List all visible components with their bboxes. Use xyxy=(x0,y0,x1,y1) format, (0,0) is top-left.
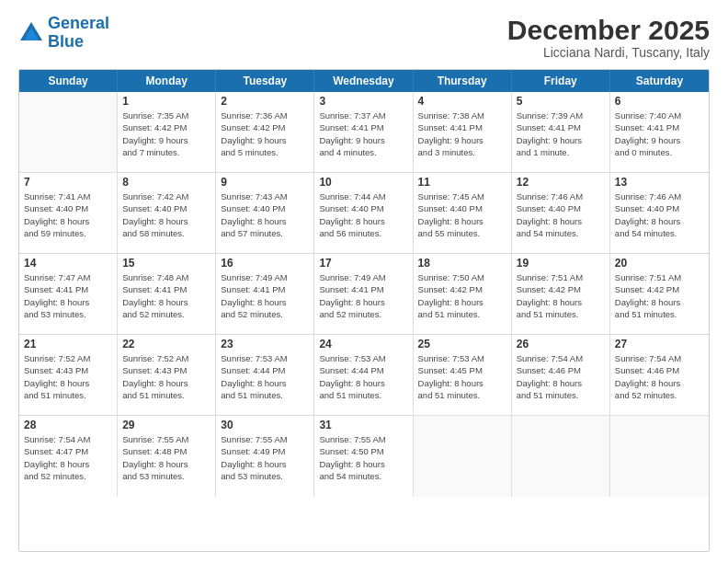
calendar-row-3: 21Sunrise: 7:52 AMSunset: 4:43 PMDayligh… xyxy=(19,335,709,416)
day-info: Sunrise: 7:45 AMSunset: 4:40 PMDaylight:… xyxy=(418,190,506,239)
day-info: Sunrise: 7:38 AMSunset: 4:41 PMDaylight:… xyxy=(418,109,506,158)
location: Licciana Nardi, Tuscany, Italy xyxy=(507,45,710,60)
day-info: Sunrise: 7:37 AMSunset: 4:41 PMDaylight:… xyxy=(319,109,407,158)
day-number: 11 xyxy=(418,176,506,189)
month-title: December 2025 xyxy=(507,15,710,45)
calendar-row-4: 28Sunrise: 7:54 AMSunset: 4:47 PMDayligh… xyxy=(19,416,709,497)
day-number: 31 xyxy=(319,419,407,431)
calendar-cell-r3c6: 27Sunrise: 7:54 AMSunset: 4:46 PMDayligh… xyxy=(610,335,709,415)
calendar-row-1: 7Sunrise: 7:41 AMSunset: 4:40 PMDaylight… xyxy=(19,173,709,254)
day-number: 15 xyxy=(122,257,210,270)
day-number: 23 xyxy=(221,338,309,350)
weekday-header-saturday: Saturday xyxy=(610,70,709,92)
logo: General Blue xyxy=(18,15,109,52)
calendar-cell-r0c4: 4Sunrise: 7:38 AMSunset: 4:41 PMDaylight… xyxy=(414,92,512,172)
day-number: 12 xyxy=(517,176,605,189)
day-number: 1 xyxy=(122,95,210,108)
day-info: Sunrise: 7:51 AMSunset: 4:42 PMDaylight:… xyxy=(615,271,704,320)
day-info: Sunrise: 7:47 AMSunset: 4:41 PMDaylight:… xyxy=(24,271,112,320)
day-number: 30 xyxy=(221,419,309,431)
day-info: Sunrise: 7:54 AMSunset: 4:46 PMDaylight:… xyxy=(615,352,704,401)
calendar-cell-r4c2: 30Sunrise: 7:55 AMSunset: 4:49 PMDayligh… xyxy=(216,416,314,497)
title-block: December 2025 Licciana Nardi, Tuscany, I… xyxy=(507,15,710,60)
calendar-cell-r1c0: 7Sunrise: 7:41 AMSunset: 4:40 PMDaylight… xyxy=(19,173,118,253)
day-info: Sunrise: 7:49 AMSunset: 4:41 PMDaylight:… xyxy=(221,271,309,320)
day-number: 26 xyxy=(517,338,605,350)
day-number: 14 xyxy=(24,257,112,270)
day-number: 28 xyxy=(24,419,112,431)
calendar-cell-r1c6: 13Sunrise: 7:46 AMSunset: 4:40 PMDayligh… xyxy=(610,173,709,253)
day-info: Sunrise: 7:42 AMSunset: 4:40 PMDaylight:… xyxy=(122,190,210,239)
calendar-cell-r4c1: 29Sunrise: 7:55 AMSunset: 4:48 PMDayligh… xyxy=(118,416,216,497)
page: General Blue December 2025 Licciana Nard… xyxy=(0,0,728,563)
weekday-header-friday: Friday xyxy=(512,70,610,92)
calendar-cell-r4c5 xyxy=(512,416,610,497)
calendar-cell-r2c3: 17Sunrise: 7:49 AMSunset: 4:41 PMDayligh… xyxy=(314,254,413,334)
day-info: Sunrise: 7:52 AMSunset: 4:43 PMDaylight:… xyxy=(122,352,210,401)
day-number: 25 xyxy=(418,338,506,350)
logo-icon xyxy=(18,20,44,46)
calendar-cell-r3c3: 24Sunrise: 7:53 AMSunset: 4:44 PMDayligh… xyxy=(314,335,413,415)
calendar-cell-r2c0: 14Sunrise: 7:47 AMSunset: 4:41 PMDayligh… xyxy=(19,254,118,334)
calendar-cell-r3c4: 25Sunrise: 7:53 AMSunset: 4:45 PMDayligh… xyxy=(414,335,512,415)
calendar-cell-r4c6 xyxy=(610,416,709,497)
calendar-cell-r2c4: 18Sunrise: 7:50 AMSunset: 4:42 PMDayligh… xyxy=(414,254,512,334)
calendar-cell-r4c3: 31Sunrise: 7:55 AMSunset: 4:50 PMDayligh… xyxy=(314,416,413,497)
day-number: 24 xyxy=(319,338,407,350)
day-info: Sunrise: 7:35 AMSunset: 4:42 PMDaylight:… xyxy=(122,109,210,158)
calendar: SundayMondayTuesdayWednesdayThursdayFrid… xyxy=(18,69,710,552)
calendar-header: SundayMondayTuesdayWednesdayThursdayFrid… xyxy=(19,70,709,92)
day-number: 27 xyxy=(615,338,704,350)
calendar-cell-r1c2: 9Sunrise: 7:43 AMSunset: 4:40 PMDaylight… xyxy=(216,173,314,253)
day-number: 10 xyxy=(319,176,407,189)
day-number: 19 xyxy=(517,257,605,270)
day-number: 13 xyxy=(615,176,704,189)
day-number: 9 xyxy=(221,176,309,189)
day-info: Sunrise: 7:44 AMSunset: 4:40 PMDaylight:… xyxy=(319,190,407,239)
calendar-cell-r4c4 xyxy=(414,416,512,497)
day-info: Sunrise: 7:48 AMSunset: 4:41 PMDaylight:… xyxy=(122,271,210,320)
day-info: Sunrise: 7:55 AMSunset: 4:48 PMDaylight:… xyxy=(122,433,210,482)
weekday-header-tuesday: Tuesday xyxy=(216,70,314,92)
calendar-cell-r0c3: 3Sunrise: 7:37 AMSunset: 4:41 PMDaylight… xyxy=(314,92,413,172)
day-number: 3 xyxy=(319,95,407,108)
calendar-cell-r0c2: 2Sunrise: 7:36 AMSunset: 4:42 PMDaylight… xyxy=(216,92,314,172)
calendar-cell-r1c4: 11Sunrise: 7:45 AMSunset: 4:40 PMDayligh… xyxy=(414,173,512,253)
day-number: 16 xyxy=(221,257,309,270)
calendar-cell-r1c5: 12Sunrise: 7:46 AMSunset: 4:40 PMDayligh… xyxy=(512,173,610,253)
calendar-cell-r0c0 xyxy=(19,92,118,172)
day-number: 18 xyxy=(418,257,506,270)
day-info: Sunrise: 7:40 AMSunset: 4:41 PMDaylight:… xyxy=(615,109,704,158)
day-number: 22 xyxy=(122,338,210,350)
calendar-cell-r3c5: 26Sunrise: 7:54 AMSunset: 4:46 PMDayligh… xyxy=(512,335,610,415)
day-number: 17 xyxy=(319,257,407,270)
day-number: 21 xyxy=(24,338,112,350)
calendar-cell-r3c2: 23Sunrise: 7:53 AMSunset: 4:44 PMDayligh… xyxy=(216,335,314,415)
day-number: 8 xyxy=(122,176,210,189)
weekday-header-thursday: Thursday xyxy=(414,70,512,92)
weekday-header-wednesday: Wednesday xyxy=(314,70,413,92)
calendar-cell-r2c5: 19Sunrise: 7:51 AMSunset: 4:42 PMDayligh… xyxy=(512,254,610,334)
day-info: Sunrise: 7:46 AMSunset: 4:40 PMDaylight:… xyxy=(517,190,605,239)
calendar-cell-r2c6: 20Sunrise: 7:51 AMSunset: 4:42 PMDayligh… xyxy=(610,254,709,334)
day-number: 5 xyxy=(517,95,605,108)
day-info: Sunrise: 7:52 AMSunset: 4:43 PMDaylight:… xyxy=(24,352,112,401)
day-info: Sunrise: 7:53 AMSunset: 4:44 PMDaylight:… xyxy=(319,352,407,401)
calendar-cell-r1c3: 10Sunrise: 7:44 AMSunset: 4:40 PMDayligh… xyxy=(314,173,413,253)
calendar-cell-r3c1: 22Sunrise: 7:52 AMSunset: 4:43 PMDayligh… xyxy=(118,335,216,415)
calendar-cell-r2c2: 16Sunrise: 7:49 AMSunset: 4:41 PMDayligh… xyxy=(216,254,314,334)
day-info: Sunrise: 7:55 AMSunset: 4:49 PMDaylight:… xyxy=(221,433,309,482)
day-info: Sunrise: 7:50 AMSunset: 4:42 PMDaylight:… xyxy=(418,271,506,320)
day-number: 4 xyxy=(418,95,506,108)
calendar-cell-r3c0: 21Sunrise: 7:52 AMSunset: 4:43 PMDayligh… xyxy=(19,335,118,415)
day-info: Sunrise: 7:55 AMSunset: 4:50 PMDaylight:… xyxy=(319,433,407,482)
day-info: Sunrise: 7:43 AMSunset: 4:40 PMDaylight:… xyxy=(221,190,309,239)
calendar-cell-r0c6: 6Sunrise: 7:40 AMSunset: 4:41 PMDaylight… xyxy=(610,92,709,172)
weekday-header-sunday: Sunday xyxy=(19,70,118,92)
calendar-cell-r0c1: 1Sunrise: 7:35 AMSunset: 4:42 PMDaylight… xyxy=(118,92,216,172)
day-number: 6 xyxy=(615,95,704,108)
day-info: Sunrise: 7:36 AMSunset: 4:42 PMDaylight:… xyxy=(221,109,309,158)
weekday-header-monday: Monday xyxy=(118,70,216,92)
calendar-row-0: 1Sunrise: 7:35 AMSunset: 4:42 PMDaylight… xyxy=(19,92,709,173)
day-number: 20 xyxy=(615,257,704,270)
